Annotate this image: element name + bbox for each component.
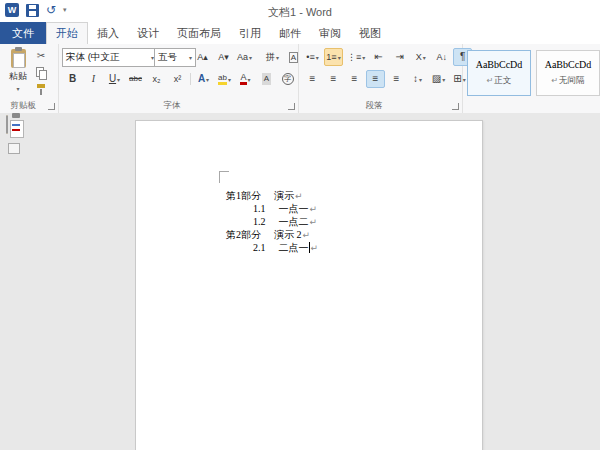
align-center-button[interactable]: ≡: [324, 70, 343, 88]
ribbon-tabs: 开始插入设计页面布局引用邮件审阅视图: [46, 22, 390, 44]
document-area: 第1部分演示↵1.1一点一↵1.2一点二↵第2部分演示 2↵2.1二点一↵: [0, 113, 600, 450]
font-name-value: 宋体 (中文正: [66, 51, 119, 64]
chevron-down-icon: ▾: [276, 54, 279, 61]
line-text: 演示: [274, 190, 294, 201]
align-right-button[interactable]: ≡: [345, 70, 364, 88]
font-size-combo[interactable]: 五号 ▾: [154, 48, 196, 67]
text-effects-icon: A: [198, 73, 205, 85]
style-normal[interactable]: AaBbCcDd↵正文: [467, 50, 531, 96]
style-sample: AaBbCcDd: [476, 59, 523, 70]
cut-button[interactable]: ✂: [34, 49, 48, 62]
paste-dropdown-caret: ▾: [16, 85, 19, 92]
titlebar: W ↺ ▾ 文档1 - Word: [0, 0, 600, 22]
shrink-font-button[interactable]: A▾: [214, 48, 233, 66]
text-effects-button[interactable]: A▾: [194, 70, 213, 88]
align-left-button[interactable]: ≡: [303, 70, 322, 88]
bold-button[interactable]: B: [63, 70, 82, 88]
superscript-icon: x²: [174, 73, 182, 85]
line-number: 第1部分: [226, 190, 261, 201]
paragraph-dialog-launcher[interactable]: [452, 103, 459, 110]
character-shading-button[interactable]: A: [257, 70, 276, 88]
asian-layout-button[interactable]: X▾: [411, 48, 430, 66]
justify-icon: ≡: [373, 73, 379, 85]
paragraph-mark: ↵: [310, 204, 318, 214]
style-label: ↵正文: [487, 75, 512, 87]
style-label: ↵无间隔: [551, 75, 584, 87]
italic-button[interactable]: I: [84, 70, 103, 88]
align-right-icon: ≡: [352, 73, 358, 85]
paste-clipboard-icon: [11, 49, 26, 68]
enclose-characters-button[interactable]: 字: [278, 70, 297, 88]
shading-button[interactable]: ▨▾: [429, 70, 448, 88]
clipboard-pane-button[interactable]: [6, 116, 8, 134]
document-line[interactable]: 第2部分演示 2↵: [226, 228, 318, 241]
justify-button[interactable]: ≡: [366, 70, 385, 88]
clipboard-item-badge: [8, 143, 20, 154]
ribbon-tab[interactable]: 开始: [46, 22, 88, 44]
window-title: 文档1 - Word: [0, 5, 600, 20]
subscript-icon: x₂: [153, 73, 161, 85]
line-number: 1.1: [253, 203, 266, 214]
ribbon-tab[interactable]: 页面布局: [168, 22, 230, 44]
ribbon-tab[interactable]: 设计: [128, 22, 168, 44]
font-group-label: 字体: [58, 100, 286, 112]
clipboard-dialog-launcher[interactable]: [48, 103, 55, 110]
chevron-down-icon: ▾: [316, 54, 319, 61]
font-name-combo[interactable]: 宋体 (中文正 ▾: [62, 48, 158, 67]
superscript-button[interactable]: x²: [168, 70, 187, 88]
font-dialog-launcher[interactable]: [288, 103, 295, 110]
multilevel-list-button[interactable]: ⋮≡▾: [345, 48, 367, 66]
numbering-button[interactable]: 1≡▾: [324, 48, 343, 66]
bullets-button[interactable]: •≡▾: [303, 48, 322, 66]
character-shading-icon: A: [262, 73, 271, 85]
text-cursor: [309, 242, 310, 253]
multilevel-list-icon: ⋮≡: [347, 51, 361, 63]
document-line[interactable]: 1.1一点一↵: [226, 202, 318, 215]
copy-button[interactable]: [34, 66, 48, 79]
document-line[interactable]: 1.2一点二↵: [226, 215, 318, 228]
paragraph-group: •≡▾1≡▾⋮≡▾⇤⇥X▾A↓¶ ≡≡≡≡≡↕▾▨▾⊞▾ 段落: [298, 44, 463, 113]
chevron-down-icon: ▾: [117, 76, 120, 83]
increase-indent-button[interactable]: ⇥: [390, 48, 409, 66]
strikethrough-button[interactable]: abc: [126, 70, 145, 88]
document-text[interactable]: 第1部分演示↵1.1一点一↵1.2一点二↵第2部分演示 2↵2.1二点一↵: [226, 189, 318, 254]
document-line[interactable]: 2.1二点一↵: [226, 241, 318, 254]
ribbon-tab[interactable]: 审阅: [310, 22, 350, 44]
grow-font-button[interactable]: A▴: [193, 48, 212, 66]
style-sample: AaBbCcDd: [545, 59, 592, 70]
underline-button[interactable]: U▾: [105, 70, 124, 88]
sort-button[interactable]: A↓: [432, 48, 451, 66]
distribute-button[interactable]: ≡: [387, 70, 406, 88]
bullets-icon: •≡: [306, 51, 314, 63]
phonetic-guide-button[interactable]: 拼▾: [263, 48, 282, 66]
highlight-color-button[interactable]: ab▾: [215, 70, 234, 88]
line-number: 第2部分: [226, 229, 261, 240]
styles-gallery: AaBbCcDd↵正文AaBbCcDd↵无间隔: [467, 50, 600, 96]
sort-icon: A↓: [437, 51, 448, 63]
ribbon-tab[interactable]: 引用: [230, 22, 270, 44]
font-color-icon: A: [240, 73, 246, 85]
paste-label: 粘贴: [9, 70, 27, 83]
paste-button[interactable]: 粘贴 ▾: [4, 48, 32, 104]
chevron-down-icon: ▾: [249, 54, 252, 61]
cut-icon: ✂: [37, 50, 45, 61]
word-window: W ↺ ▾ 文档1 - Word 文件 开始插入设计页面布局引用邮件审阅视图 粘…: [0, 0, 600, 450]
ribbon-tab[interactable]: 视图: [350, 22, 390, 44]
decrease-indent-button[interactable]: ⇤: [369, 48, 388, 66]
document-line[interactable]: 第1部分演示↵: [226, 189, 318, 202]
ribbon-tab[interactable]: 邮件: [270, 22, 310, 44]
shading-icon: ▨: [432, 73, 441, 85]
format-painter-button[interactable]: [34, 83, 48, 96]
file-tab[interactable]: 文件: [0, 22, 46, 44]
ribbon-tab[interactable]: 插入: [88, 22, 128, 44]
clipboard-icon-line: [12, 124, 20, 126]
subscript-button[interactable]: x₂: [147, 70, 166, 88]
clipboard-icon: [6, 115, 8, 134]
line-spacing-button[interactable]: ↕▾: [408, 70, 427, 88]
font-color-button[interactable]: A▾: [236, 70, 255, 88]
margin-corner-mark: [219, 171, 229, 183]
underline-icon: U: [109, 73, 116, 85]
style-no-spacing[interactable]: AaBbCcDd↵无间隔: [536, 50, 600, 96]
change-case-button[interactable]: Aa▾: [235, 48, 254, 66]
character-border-icon: A: [289, 52, 298, 63]
